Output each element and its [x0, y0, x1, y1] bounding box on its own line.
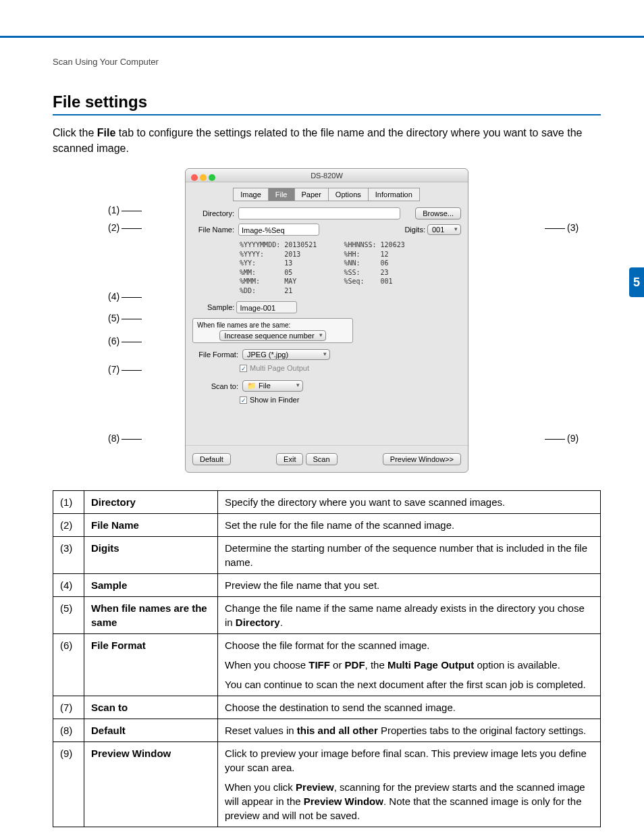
- close-icon[interactable]: [191, 174, 198, 181]
- callout-1: (1): [108, 205, 119, 215]
- tab-image[interactable]: Image: [233, 188, 269, 201]
- show-in-finder-checkbox[interactable]: ✓: [240, 396, 247, 404]
- row-directory: Directory: Browse...: [186, 205, 468, 221]
- callout-4: (4): [108, 291, 119, 302]
- table-row: (5)When file names are the sameChange th…: [53, 597, 601, 634]
- traffic-lights: [191, 172, 217, 185]
- scanto-select[interactable]: 📁 File: [242, 380, 303, 392]
- row-multi: ✓ Multi Page Output: [186, 362, 468, 374]
- same-name-box: When file names are the same: Increase s…: [192, 318, 353, 343]
- sample-output: Image-001: [236, 301, 297, 313]
- label-digits: Digits:: [404, 226, 425, 234]
- window-title: DS-820W: [311, 172, 343, 180]
- format-codes: %YYYYMMDD: 20130521 %YYYY: 2013 %YY: 13 …: [186, 238, 468, 299]
- multi-page-checkbox[interactable]: ✓: [240, 365, 247, 372]
- show-in-finder-label: Show in Finder: [250, 396, 299, 404]
- directory-input[interactable]: [238, 207, 400, 219]
- filename-input[interactable]: Image-%Seq: [238, 224, 319, 236]
- label-directory: Directory:: [192, 209, 234, 217]
- table-row: (3)DigitsDetermine the starting number o…: [53, 537, 601, 574]
- top-accent-bar: [0, 0, 644, 38]
- callout-7: (7): [108, 364, 119, 375]
- tab-options[interactable]: Options: [328, 188, 369, 201]
- multi-page-label: Multi Page Output: [250, 364, 309, 372]
- tab-bar: ImageFilePaperOptionsInformation: [186, 182, 468, 205]
- same-name-header: When file names are the same:: [197, 321, 348, 329]
- breadcrumb: Scan Using Your Computer: [53, 57, 601, 67]
- preview-window-button[interactable]: Preview Window>>: [383, 453, 461, 465]
- tab-file[interactable]: File: [268, 188, 295, 201]
- intro-bold: File: [97, 127, 116, 138]
- minimize-icon[interactable]: [200, 174, 207, 181]
- row-fileformat: File Format: JPEG (*.jpg): [186, 347, 468, 362]
- table-row: (2)File NameSet the rule for the file na…: [53, 514, 601, 537]
- intro-paragraph: Click the File tab to configure the sett…: [53, 125, 601, 156]
- table-row: (1)DirectorySpecify the directory where …: [53, 491, 601, 514]
- label-sample: Sample:: [207, 303, 234, 311]
- scan-button[interactable]: Scan: [306, 453, 338, 465]
- callout-8: (8): [108, 433, 119, 444]
- zoom-icon[interactable]: [209, 174, 215, 181]
- table-row: (8)DefaultReset values in this and all o…: [53, 719, 601, 742]
- callout-9: (9): [567, 433, 579, 444]
- label-filename: File Name:: [192, 226, 234, 234]
- callout-2: (2): [108, 222, 119, 233]
- page-title: File settings: [53, 93, 601, 115]
- page-body: Scan Using Your Computer File settings C…: [0, 38, 644, 834]
- digits-select[interactable]: 001: [427, 224, 461, 235]
- same-name-select[interactable]: Increase sequence number: [219, 330, 325, 341]
- intro-text: Click the: [53, 127, 97, 138]
- table-row: (9)Preview Window Click to preview your …: [53, 742, 601, 827]
- tab-information[interactable]: Information: [368, 188, 420, 201]
- table-row: (4)SamplePreview the file name that you …: [53, 574, 601, 597]
- dialog-window: DS-820W ImageFilePaperOptionsInformation…: [185, 168, 468, 473]
- table-row: (7)Scan toChoose the destination to send…: [53, 696, 601, 719]
- exit-button[interactable]: Exit: [276, 453, 303, 465]
- label-scanto: Scan to:: [192, 382, 238, 390]
- intro-text-2: tab to configure the settings related to…: [53, 127, 582, 154]
- callout-6: (6): [108, 336, 119, 346]
- tab-paper[interactable]: Paper: [294, 188, 329, 201]
- label-fileformat: File Format:: [192, 350, 238, 359]
- codes-col-left: %YYYYMMDD: 20130521 %YYYY: 2013 %YY: 13 …: [240, 240, 317, 295]
- table-row: (6)File Format Choose the file format fo…: [53, 634, 601, 696]
- default-button[interactable]: Default: [192, 453, 231, 465]
- browse-button[interactable]: Browse...: [415, 207, 461, 219]
- bottom-bar: Default Exit Scan Preview Window>>: [186, 445, 468, 472]
- cell-key: Directory: [84, 491, 218, 514]
- callout-3: (3): [567, 222, 579, 233]
- screenshot-figure: (1) (2) (4) (5) (6) (7) (8) (3) (9) DS-8…: [151, 168, 502, 473]
- row-sample: Sample: Image-001: [186, 299, 468, 315]
- row-finder: ✓ Show in Finder: [186, 394, 468, 406]
- cell-num: (1): [53, 491, 84, 514]
- fileformat-select[interactable]: JPEG (*.jpg): [242, 349, 330, 360]
- reference-table: (1)DirectorySpecify the directory where …: [53, 490, 601, 827]
- callout-5: (5): [108, 313, 119, 323]
- codes-col-right: %HHNNSS: 120623 %HH: 12 %NN: 06 %SS: 23 …: [344, 240, 404, 295]
- titlebar: DS-820W: [186, 169, 468, 182]
- row-filename: File Name: Image-%Seq Digits: 001: [186, 221, 468, 238]
- cell-desc: Specify the directory where you want to …: [218, 491, 601, 514]
- row-scanto: Scan to: 📁 File: [186, 378, 468, 394]
